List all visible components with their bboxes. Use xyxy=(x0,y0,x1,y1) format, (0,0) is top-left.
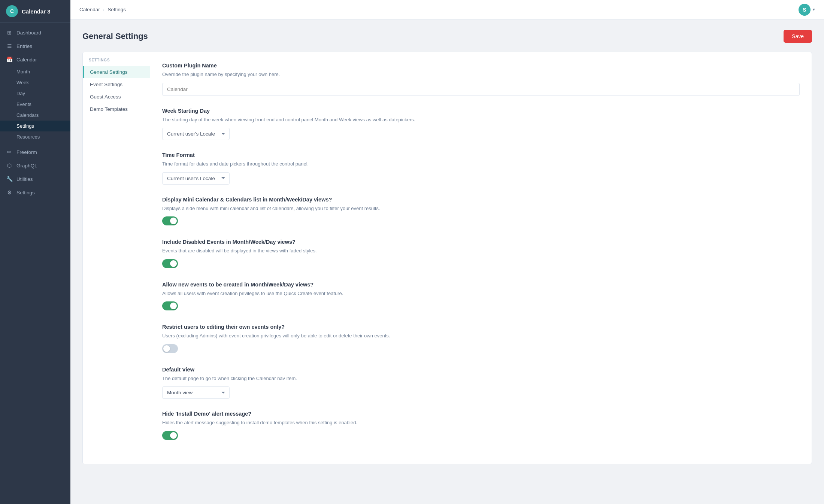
user-menu[interactable]: S ▾ xyxy=(799,4,815,16)
sidebar-label-utilities: Utilities xyxy=(16,176,33,182)
settings-sidebar: SETTINGS General Settings Event Settings… xyxy=(83,52,150,464)
main-nav: ⊞ Dashboard ☰ Entries 📅 Calendar Month W… xyxy=(0,23,70,202)
allow-new-events-toggle[interactable] xyxy=(162,301,178,310)
sidebar-item-freeform[interactable]: ✏ Freeform xyxy=(0,145,70,159)
default-view-select[interactable]: Month view Week view Day view Events xyxy=(162,386,230,399)
settings-icon: ⚙ xyxy=(6,189,13,196)
sidebar-item-graphql[interactable]: ⬡ GraphQL xyxy=(0,159,70,172)
sidebar-item-calendar[interactable]: 📅 Calendar xyxy=(0,53,70,66)
main-area: Calendar › Settings S ▾ General Settings… xyxy=(70,0,824,504)
time-format-select[interactable]: Current user's Locale 12-hour 24-hour xyxy=(162,172,230,185)
allow-new-events-thumb xyxy=(170,303,177,309)
sidebar-label-entries: Entries xyxy=(16,43,32,49)
week-starting-day-label: Week Starting Day xyxy=(162,108,800,114)
sidebar-sub-month[interactable]: Month xyxy=(0,66,70,77)
display-mini-calendar-label: Display Mini Calendar & Calendars list i… xyxy=(162,197,800,203)
freeform-icon: ✏ xyxy=(6,149,13,155)
custom-plugin-name-label: Custom Plugin Name xyxy=(162,63,800,69)
breadcrumb-sep-1: › xyxy=(103,7,105,12)
topbar: Calendar › Settings S ▾ xyxy=(70,0,824,19)
week-starting-day-select[interactable]: Current user's Locale Sunday Monday Satu… xyxy=(162,128,230,140)
display-mini-calendar-desc: Displays a side menu with mini calendar … xyxy=(162,205,800,212)
settings-nav-event[interactable]: Event Settings xyxy=(83,78,150,91)
sidebar-sub-week[interactable]: Week xyxy=(0,77,70,88)
sidebar-item-entries[interactable]: ☰ Entries xyxy=(0,39,70,53)
restrict-users-desc: Users (excluding Admins) with event crea… xyxy=(162,332,800,340)
sidebar-sub-settings[interactable]: Settings xyxy=(0,121,70,131)
hide-install-demo-thumb xyxy=(170,432,177,439)
setting-custom-plugin-name: Custom Plugin Name Override the plugin n… xyxy=(162,63,800,96)
app-logo-icon: C xyxy=(6,5,18,17)
utilities-icon: 🔧 xyxy=(6,176,13,182)
custom-plugin-name-desc: Override the plugin name by specifying y… xyxy=(162,71,800,78)
breadcrumb: Calendar › Settings xyxy=(79,7,126,12)
allow-new-events-label: Allow new events to be created in Month/… xyxy=(162,282,800,288)
setting-hide-install-demo: Hide 'Install Demo' alert message? Hides… xyxy=(162,411,800,441)
setting-time-format: Time Format Time format for dates and da… xyxy=(162,152,800,185)
display-mini-calendar-thumb xyxy=(170,218,177,224)
sidebar-label-settings-global: Settings xyxy=(16,190,35,195)
setting-display-mini-calendar: Display Mini Calendar & Calendars list i… xyxy=(162,197,800,227)
setting-restrict-users: Restrict users to editing their own even… xyxy=(162,324,800,355)
content-area: General Settings Save SETTINGS General S… xyxy=(70,19,824,504)
sidebar-label-dashboard: Dashboard xyxy=(16,30,41,36)
restrict-users-toggle[interactable] xyxy=(162,344,178,353)
dashboard-icon: ⊞ xyxy=(6,29,13,36)
sidebar-sub-events[interactable]: Events xyxy=(0,99,70,110)
entries-icon: ☰ xyxy=(6,43,13,49)
hide-install-demo-label: Hide 'Install Demo' alert message? xyxy=(162,411,800,417)
sidebar-sub-calendars[interactable]: Calendars xyxy=(0,110,70,121)
calendar-icon: 📅 xyxy=(6,56,13,63)
sidebar-sub-day[interactable]: Day xyxy=(0,88,70,99)
sidebar-sub-resources[interactable]: Resources xyxy=(0,131,70,142)
default-view-desc: The default page to go to when clicking … xyxy=(162,375,800,382)
restrict-users-track xyxy=(162,344,178,353)
include-disabled-events-desc: Events that are disabled will be display… xyxy=(162,247,800,255)
settings-nav-guest[interactable]: Guest Access xyxy=(83,91,150,103)
time-format-label: Time Format xyxy=(162,152,800,158)
settings-nav-general[interactable]: General Settings xyxy=(83,66,150,78)
breadcrumb-calendar[interactable]: Calendar xyxy=(79,7,100,12)
sidebar-label-freeform: Freeform xyxy=(16,149,37,155)
page-header: General Settings Save xyxy=(82,30,812,43)
page-title: General Settings xyxy=(82,31,148,41)
sidebar-label-calendar: Calendar xyxy=(16,57,37,63)
sidebar: C Calendar 3 ⊞ Dashboard ☰ Entries 📅 Cal… xyxy=(0,0,70,504)
custom-plugin-name-input[interactable] xyxy=(162,83,800,96)
restrict-users-label: Restrict users to editing their own even… xyxy=(162,324,800,330)
hide-install-demo-toggle[interactable] xyxy=(162,431,178,440)
include-disabled-events-label: Include Disabled Events in Month/Week/Da… xyxy=(162,239,800,245)
sidebar-logo[interactable]: C Calendar 3 xyxy=(0,0,70,23)
settings-layout: SETTINGS General Settings Event Settings… xyxy=(82,52,812,464)
allow-new-events-desc: Allows all users with event creation pri… xyxy=(162,290,800,297)
hide-install-demo-desc: Hides the alert message suggesting to in… xyxy=(162,419,800,426)
settings-nav-demo[interactable]: Demo Templates xyxy=(83,103,150,115)
setting-week-starting-day: Week Starting Day The starting day of th… xyxy=(162,108,800,140)
sidebar-item-dashboard[interactable]: ⊞ Dashboard xyxy=(0,26,70,39)
include-disabled-events-toggle[interactable] xyxy=(162,259,178,268)
user-avatar: S xyxy=(799,4,811,16)
graphql-icon: ⬡ xyxy=(6,162,13,169)
display-mini-calendar-track xyxy=(162,216,178,225)
breadcrumb-settings[interactable]: Settings xyxy=(107,7,126,12)
hide-install-demo-track xyxy=(162,431,178,440)
include-disabled-events-thumb xyxy=(170,260,177,267)
default-view-label: Default View xyxy=(162,367,800,373)
sidebar-label-graphql: GraphQL xyxy=(16,163,37,168)
setting-include-disabled-events: Include Disabled Events in Month/Week/Da… xyxy=(162,239,800,270)
sidebar-item-utilities[interactable]: 🔧 Utilities xyxy=(0,172,70,186)
app-name: Calendar 3 xyxy=(22,8,51,15)
week-starting-day-desc: The starting day of the week when viewin… xyxy=(162,116,800,124)
include-disabled-events-track xyxy=(162,259,178,268)
display-mini-calendar-toggle[interactable] xyxy=(162,216,178,225)
setting-allow-new-events: Allow new events to be created in Month/… xyxy=(162,282,800,312)
setting-default-view: Default View The default page to go to w… xyxy=(162,367,800,399)
sidebar-item-settings-global[interactable]: ⚙ Settings xyxy=(0,186,70,199)
settings-content: Custom Plugin Name Override the plugin n… xyxy=(150,52,812,464)
save-button[interactable]: Save xyxy=(784,30,812,43)
settings-sidebar-label: SETTINGS xyxy=(83,58,150,66)
allow-new-events-track xyxy=(162,301,178,310)
time-format-desc: Time format for dates and date pickers t… xyxy=(162,160,800,168)
restrict-users-thumb xyxy=(163,345,170,352)
user-menu-chevron: ▾ xyxy=(813,7,815,12)
